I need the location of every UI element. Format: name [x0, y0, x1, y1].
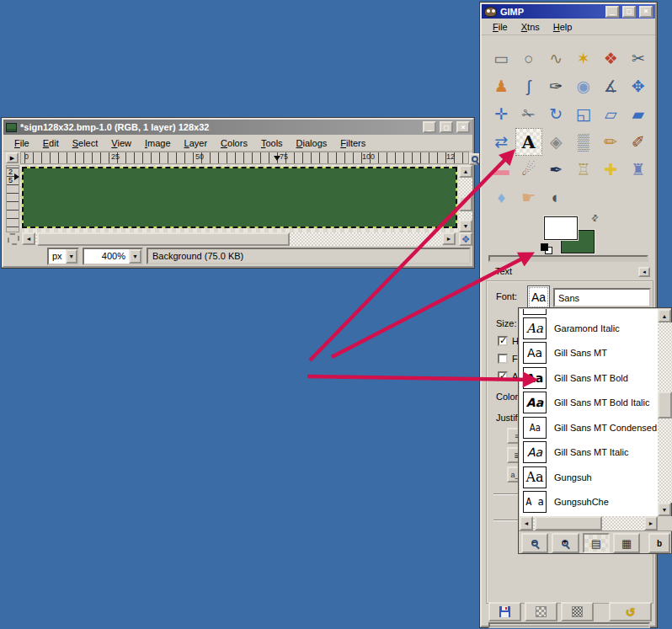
reset-options-button[interactable]: ↺	[609, 602, 652, 621]
font-list-item[interactable]: A a GungsuhChe	[520, 490, 658, 515]
scroll-up-button[interactable]: ▲	[658, 309, 671, 322]
font-list-item[interactable]: Aa Gill Sans MT Condensed, C	[520, 415, 658, 440]
menu-item[interactable]: Xtns	[515, 20, 546, 34]
force-autohint-checkbox[interactable]	[498, 354, 508, 364]
gimp-titlebar[interactable]: GIMP _ □ ×	[482, 4, 655, 19]
edit-font-name-button[interactable]: b	[648, 533, 670, 553]
grid-view-button[interactable]: ▦	[613, 533, 640, 553]
tool-button-move[interactable]: ✥	[625, 72, 653, 100]
tool-button-scale[interactable]: ◱	[570, 100, 598, 128]
delete-options-button[interactable]	[561, 602, 594, 621]
font-list-item[interactable]: Aa Gill Sans MT Italic	[520, 440, 658, 466]
tool-button-bucket-fill[interactable]: ◈	[542, 128, 570, 156]
popup-horizontal-scrollbar[interactable]: ◄ ►	[520, 516, 658, 530]
tool-button-rect-select[interactable]: ▭	[488, 45, 515, 72]
minimize-button[interactable]: _	[605, 6, 619, 18]
list-view-button[interactable]: ▤	[583, 533, 610, 553]
scroll-down-button[interactable]: ▼	[459, 220, 472, 232]
hinting-checkbox[interactable]	[498, 336, 508, 346]
tool-button-rotate[interactable]: ↻	[542, 100, 570, 128]
ruler-menu-button[interactable]: ▶	[6, 152, 19, 163]
close-button[interactable]: ×	[639, 6, 653, 18]
vertical-ruler[interactable]: 2 5	[6, 165, 19, 232]
font-list-item[interactable]: Aa Garamond Italic	[520, 316, 658, 341]
maximize-button[interactable]: □	[622, 6, 636, 18]
tool-button-zoom[interactable]: ◉	[570, 72, 598, 100]
close-button[interactable]: ×	[456, 121, 470, 133]
tool-button-perspective-clone[interactable]: ♜	[625, 156, 653, 184]
font-list-item-partial[interactable]	[520, 309, 658, 316]
scroll-track[interactable]	[533, 516, 644, 530]
zoom-in-button[interactable]: +	[552, 533, 579, 553]
scroll-left-button[interactable]: ◄	[520, 516, 533, 530]
image-window-titlebar[interactable]: *sign128x32.bmp-1.0 (RGB, 1 layer) 128x3…	[3, 120, 472, 135]
tool-button-smudge[interactable]: ☛	[515, 184, 543, 211]
scroll-track[interactable]	[459, 178, 472, 220]
menu-item[interactable]: Layer	[179, 136, 214, 150]
scroll-right-button[interactable]: ►	[644, 516, 658, 530]
ruler-zoom-icon[interactable]	[469, 153, 481, 165]
tool-button-shear[interactable]: ▱	[597, 100, 625, 128]
tool-button-blend[interactable]: ▒	[570, 128, 598, 156]
tool-button-fuzzy-select[interactable]: ✶	[570, 45, 598, 72]
font-list-item[interactable]: Aa Gill Sans MT Bold	[520, 365, 658, 391]
tool-button-paintbrush[interactable]: ✐	[625, 128, 653, 156]
maximize-button[interactable]: □	[440, 121, 453, 133]
tool-button-dodge-burn[interactable]: ◐	[542, 184, 570, 211]
horizontal-scrollbar[interactable]: ◄ ►	[22, 232, 456, 246]
restore-options-button[interactable]	[525, 602, 557, 621]
menu-item[interactable]: Image	[139, 136, 177, 150]
font-list-item[interactable]: Aa Gill Sans MT	[520, 341, 658, 366]
tool-button-align[interactable]: ✛	[488, 100, 515, 128]
scroll-track[interactable]	[658, 322, 672, 503]
scroll-thumb[interactable]	[535, 516, 602, 530]
menu-item[interactable]: Filters	[334, 136, 371, 150]
tool-button-scissors[interactable]: ✂	[625, 45, 653, 72]
menu-item[interactable]: Select	[67, 136, 104, 150]
menu-item[interactable]: File	[487, 20, 514, 34]
navigation-button[interactable]: ✥	[459, 232, 472, 246]
font-list-item[interactable]: Aa Gungsuh	[520, 465, 658, 490]
tool-button-pencil[interactable]: ✏	[597, 128, 625, 156]
tool-button-paths[interactable]: ∫	[515, 72, 543, 100]
tool-button-foreground-select[interactable]: ♟	[488, 72, 515, 100]
tool-button-clone[interactable]: ♖	[570, 156, 598, 184]
dropdown-arrow-icon[interactable]: ▼	[66, 249, 77, 264]
menu-item[interactable]: File	[8, 136, 35, 150]
zoom-combo[interactable]: 400% ▼	[83, 248, 143, 265]
menu-item[interactable]: Tools	[255, 136, 289, 150]
menu-item[interactable]: View	[105, 136, 137, 150]
scroll-thumb[interactable]	[658, 392, 672, 418]
tool-button-airbrush[interactable]: ☄	[515, 156, 543, 184]
menu-item[interactable]: Help	[547, 20, 579, 34]
tool-button-blur-sharpen[interactable]: ♦	[488, 184, 515, 211]
tool-button-crop[interactable]: ✁	[515, 100, 543, 128]
canvas-area[interactable]	[20, 165, 459, 232]
tool-button-heal[interactable]: ✚	[597, 156, 625, 184]
swap-colors-icon[interactable]: ⇄	[589, 212, 600, 224]
foreground-color-swatch[interactable]	[544, 216, 578, 240]
font-preview-button[interactable]: Aa	[527, 285, 550, 309]
tool-button-color-picker[interactable]: ✑	[542, 72, 570, 100]
menu-item[interactable]: Colors	[215, 136, 253, 150]
dropdown-arrow-icon[interactable]: ▼	[129, 249, 141, 264]
scroll-thumb[interactable]	[37, 232, 290, 246]
scroll-right-button[interactable]: ►	[442, 232, 456, 245]
scroll-thumb[interactable]	[459, 196, 472, 211]
menu-item[interactable]: Edit	[37, 136, 65, 150]
dock-separator[interactable]	[488, 255, 648, 262]
zoom-out-button[interactable]: −	[521, 533, 548, 553]
popup-vertical-scrollbar[interactable]: ▲ ▼	[658, 309, 672, 516]
tool-button-text[interactable]: A	[515, 128, 543, 156]
tool-button-perspective[interactable]: ▰	[625, 100, 653, 128]
scroll-track[interactable]	[35, 232, 442, 246]
horizontal-ruler[interactable]: 0 25 50 75 100 12	[20, 152, 469, 164]
tool-button-ink[interactable]: ✒	[542, 156, 570, 184]
tool-button-free-select[interactable]: ∿	[542, 45, 570, 72]
unit-combo[interactable]: px ▼	[47, 248, 79, 265]
quickmask-toggle-icon[interactable]	[8, 233, 19, 245]
dock-collapse-button[interactable]: ◂	[638, 267, 650, 277]
minimize-button[interactable]: _	[423, 121, 436, 133]
scroll-left-button[interactable]: ◄	[22, 232, 35, 245]
menu-item[interactable]: Dialogs	[291, 136, 333, 150]
